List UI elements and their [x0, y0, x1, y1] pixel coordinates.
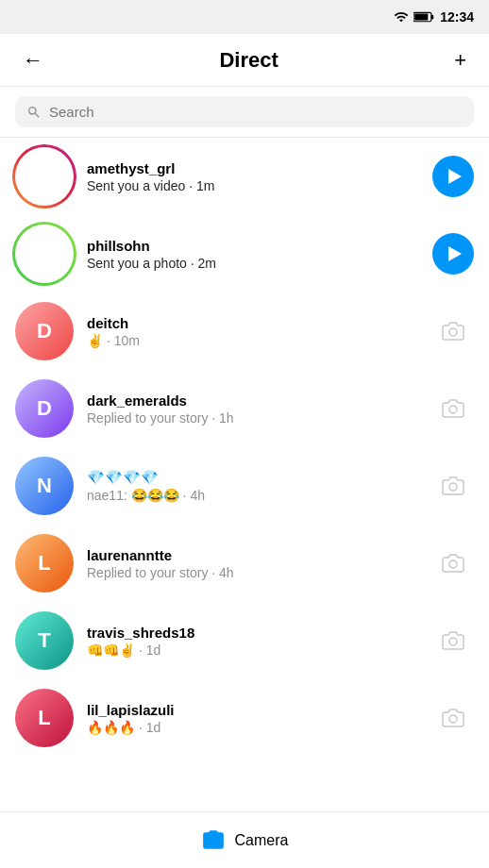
play-triangle	[448, 169, 462, 184]
search-input-wrap	[15, 96, 474, 127]
play-btn-circle[interactable]	[432, 156, 474, 197]
svg-point-6	[449, 560, 457, 568]
avatar-wrap: P	[15, 225, 74, 283]
camera-button[interactable]	[432, 620, 474, 661]
avatar-wrap: T	[15, 611, 74, 670]
message-preview: Replied to your story · 4h	[87, 565, 419, 580]
camera-icon	[442, 629, 464, 652]
messages-list: Aamethyst_grlSent you a video · 1m Pphil…	[0, 138, 489, 757]
play-button[interactable]	[432, 233, 474, 275]
avatar-wrap: L	[15, 534, 74, 593]
camera-button[interactable]	[432, 388, 474, 429]
svg-rect-1	[414, 13, 428, 20]
nav-bar: ← Direct +	[0, 34, 489, 87]
battery-icon	[413, 9, 434, 25]
avatar: L	[15, 689, 74, 747]
camera-button[interactable]	[432, 697, 474, 739]
svg-point-5	[449, 483, 457, 491]
message-info: deitch✌️ · 10m	[87, 315, 419, 348]
message-info: laurenanntteReplied to your story · 4h	[87, 547, 419, 580]
camera-icon	[442, 320, 464, 342]
message-preview: Sent you a photo · 2m	[87, 256, 419, 271]
search-input[interactable]	[49, 104, 463, 120]
new-message-button[interactable]: +	[447, 44, 474, 76]
message-item[interactable]: N💎💎💎💎nae11: 😂😂😂 · 4h	[0, 447, 489, 525]
message-preview: Replied to your story · 1h	[87, 410, 419, 426]
message-username: dark_emeralds	[87, 392, 419, 409]
camera-button[interactable]	[432, 310, 474, 352]
svg-rect-2	[431, 15, 433, 20]
svg-point-7	[449, 638, 457, 645]
avatar: L	[15, 534, 74, 593]
message-preview: 🔥🔥🔥 · 1d	[87, 720, 419, 735]
message-username: deitch	[87, 315, 419, 331]
avatar-wrap: D	[15, 379, 74, 438]
message-username: lil_lapislazuli	[87, 702, 419, 718]
message-item[interactable]: PphillsohnSent you a photo · 2m	[0, 215, 489, 292]
message-preview: ✌️ · 10m	[87, 333, 419, 348]
message-info: phillsohnSent you a photo · 2m	[87, 238, 419, 271]
message-item[interactable]: LlaurenanntteReplied to your story · 4h	[0, 525, 489, 602]
status-icons	[394, 9, 434, 25]
play-triangle	[448, 246, 462, 261]
svg-point-3	[449, 328, 457, 336]
message-item[interactable]: Ddeitch✌️ · 10m	[0, 292, 489, 370]
message-info: amethyst_grlSent you a video · 1m	[87, 160, 419, 193]
message-item[interactable]: Ddark_emeraldsReplied to your story · 1h	[0, 370, 489, 447]
play-button[interactable]	[432, 156, 474, 197]
message-preview: Sent you a video · 1m	[87, 178, 419, 193]
message-info: lil_lapislazuli🔥🔥🔥 · 1d	[87, 702, 419, 735]
signal-icon	[394, 9, 409, 25]
message-info: travis_shreds18👊👊✌️ · 1d	[87, 625, 419, 658]
status-time: 12:34	[440, 9, 474, 25]
avatar-wrap: L	[15, 689, 74, 747]
camera-button[interactable]	[432, 465, 474, 507]
message-username: 💎💎💎💎	[87, 469, 419, 486]
page-title: Direct	[219, 48, 278, 73]
camera-icon	[442, 475, 464, 497]
back-button[interactable]: ←	[15, 44, 51, 76]
svg-point-4	[449, 406, 457, 413]
camera-icon	[442, 707, 464, 729]
message-info: dark_emeraldsReplied to your story · 1h	[87, 392, 419, 426]
avatar-wrap: N	[15, 457, 74, 515]
bottom-camera-bar[interactable]: Camera	[0, 811, 489, 868]
avatar-wrap: A	[15, 147, 74, 206]
story-ring-gradient	[12, 144, 76, 209]
message-item[interactable]: Llil_lapislazuli🔥🔥🔥 · 1d	[0, 679, 489, 757]
message-preview: nae11: 😂😂😂 · 4h	[87, 488, 419, 503]
avatar: N	[15, 457, 74, 515]
svg-point-8	[449, 715, 457, 723]
play-btn-circle[interactable]	[432, 233, 474, 275]
camera-bottom-icon	[201, 828, 226, 853]
avatar: T	[15, 611, 74, 670]
camera-icon	[442, 397, 464, 420]
message-preview: 👊👊✌️ · 1d	[87, 643, 419, 658]
message-username: laurenanntte	[87, 547, 419, 563]
camera-button[interactable]	[432, 542, 474, 584]
search-icon	[26, 105, 42, 120]
avatar-wrap: D	[15, 302, 74, 360]
avatar: D	[15, 302, 74, 360]
search-bar-container	[0, 87, 489, 138]
camera-icon	[442, 552, 464, 575]
camera-label: Camera	[235, 832, 289, 849]
status-bar: 12:34	[0, 0, 489, 34]
message-info: 💎💎💎💎nae11: 😂😂😂 · 4h	[87, 469, 419, 503]
message-username: travis_shreds18	[87, 625, 419, 641]
message-username: amethyst_grl	[87, 160, 419, 176]
avatar: D	[15, 379, 74, 438]
message-item[interactable]: Aamethyst_grlSent you a video · 1m	[0, 138, 489, 215]
message-item[interactable]: Ttravis_shreds18👊👊✌️ · 1d	[0, 602, 489, 679]
message-username: phillsohn	[87, 238, 419, 254]
story-ring-green	[12, 222, 76, 286]
